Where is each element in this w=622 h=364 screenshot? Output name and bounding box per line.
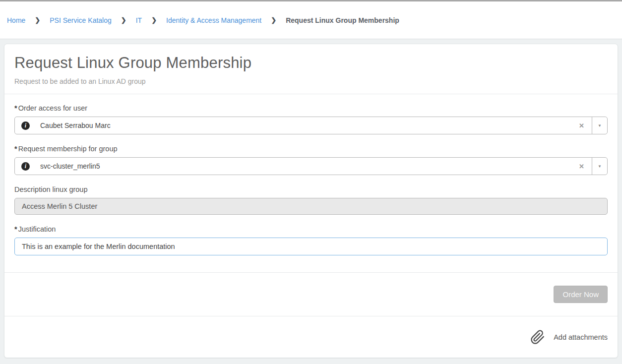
request-membership-for-group-label: * Request membership for group [14, 145, 608, 153]
clear-icon[interactable]: ✕ [571, 122, 592, 129]
chevron-right-icon: ❯ [271, 16, 276, 24]
justification-label: * Justification [14, 225, 608, 233]
justification-input[interactable] [14, 238, 608, 255]
form-body: * Order access for user i Caubet Serrabo… [4, 94, 618, 272]
required-marker: * [14, 104, 17, 112]
required-marker: * [14, 225, 17, 233]
field-label-text: Request membership for group [18, 145, 118, 153]
breadcrumb-psi-service-katalog[interactable]: PSI Service Katalog [50, 16, 112, 24]
order-access-for-user-field[interactable]: i Caubet Serrabou Marc ✕ ▼ [14, 117, 608, 134]
card-header: Request Linux Group Membership Request t… [4, 44, 618, 94]
required-marker: * [14, 145, 17, 153]
description-linux-group-field: Access Merlin 5 Cluster [14, 198, 608, 215]
paperclip-icon [530, 330, 545, 345]
add-attachments-button[interactable]: Add attachments [530, 330, 608, 345]
description-linux-group-label: Description linux group [14, 185, 608, 193]
actions-row: Order Now [4, 272, 618, 316]
order-access-for-user-value: Caubet Serrabou Marc [40, 121, 571, 129]
breadcrumb-identity-access-management[interactable]: Identity & Access Management [166, 16, 261, 24]
dropdown-caret-icon[interactable]: ▼ [592, 158, 607, 175]
field-label-text: Justification [18, 225, 56, 233]
chevron-right-icon: ❯ [35, 16, 40, 24]
field-label-text: Description linux group [14, 185, 88, 193]
request-membership-for-group-value: svc-cluster_merlin5 [40, 162, 571, 170]
description-linux-group-value: Access Merlin 5 Cluster [22, 202, 97, 210]
attachments-row: Add attachments [4, 316, 618, 358]
page-subtitle: Request to be added to an Linux AD group [14, 77, 608, 85]
add-attachments-label: Add attachments [554, 333, 608, 341]
order-now-button[interactable]: Order Now [554, 286, 608, 303]
chevron-right-icon: ❯ [121, 16, 126, 24]
breadcrumb-bar: Home ❯ PSI Service Katalog ❯ IT ❯ Identi… [0, 1, 622, 39]
page-title: Request Linux Group Membership [14, 54, 608, 72]
breadcrumb: Home ❯ PSI Service Katalog ❯ IT ❯ Identi… [7, 16, 399, 24]
info-icon[interactable]: i [21, 121, 30, 130]
catalog-item-card: Request Linux Group Membership Request t… [4, 44, 618, 358]
request-membership-for-group-field[interactable]: i svc-cluster_merlin5 ✕ ▼ [14, 157, 608, 175]
clear-icon[interactable]: ✕ [571, 163, 592, 170]
chevron-right-icon: ❯ [151, 16, 157, 24]
breadcrumb-current-page: Request Linux Group Membership [286, 16, 399, 24]
info-icon[interactable]: i [21, 162, 30, 171]
field-label-text: Order access for user [18, 104, 87, 112]
order-access-for-user-label: * Order access for user [14, 104, 608, 112]
breadcrumb-it[interactable]: IT [136, 16, 142, 24]
dropdown-caret-icon[interactable]: ▼ [592, 117, 607, 134]
breadcrumb-home[interactable]: Home [7, 16, 25, 24]
